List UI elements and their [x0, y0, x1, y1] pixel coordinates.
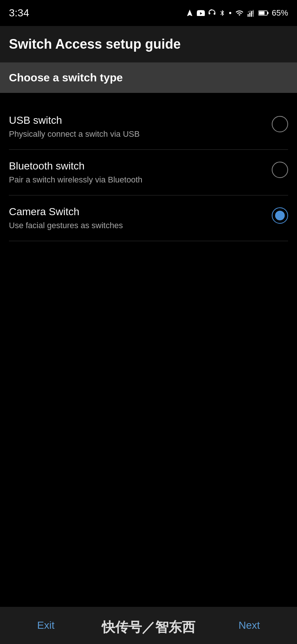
page-title: Switch Access setup guide — [9, 36, 288, 52]
battery-percentage: 65% — [272, 8, 288, 18]
camera-switch-option[interactable]: Camera Switch Use facial gestures as swi… — [0, 195, 297, 230]
navigation-icon — [186, 9, 194, 17]
status-bar: 3:34 • — [0, 0, 297, 26]
bluetooth-switch-description: Pair a switch wirelessly via Bluetooth — [9, 175, 264, 185]
svg-rect-2 — [251, 11, 252, 17]
headset-icon — [208, 9, 216, 17]
status-icons: • 65% — [186, 8, 288, 18]
options-container: USB switch Physically connect a switch v… — [0, 93, 297, 252]
exit-button[interactable]: Exit — [30, 616, 62, 635]
camera-switch-description: Use facial gestures as switches — [9, 221, 264, 230]
svg-rect-0 — [248, 14, 249, 17]
usb-switch-radio[interactable] — [272, 116, 288, 132]
usb-switch-description: Physically connect a switch via USB — [9, 129, 264, 139]
usb-switch-option[interactable]: USB switch Physically connect a switch v… — [0, 104, 297, 139]
app-header: Switch Access setup guide — [0, 26, 297, 62]
wifi-icon — [235, 9, 244, 17]
bluetooth-switch-title: Bluetooth switch — [9, 160, 264, 172]
usb-switch-content: USB switch Physically connect a switch v… — [9, 114, 272, 139]
section-header: Choose a switch type — [0, 62, 297, 93]
next-button[interactable]: Next — [231, 616, 267, 635]
bluetooth-icon — [219, 9, 226, 17]
signal-icon — [247, 9, 255, 17]
status-time: 3:34 — [9, 7, 29, 19]
bluetooth-switch-option[interactable]: Bluetooth switch Pair a switch wirelessl… — [0, 150, 297, 185]
radio-selected-indicator — [275, 211, 285, 220]
svg-rect-1 — [249, 13, 250, 17]
youtube-icon — [197, 10, 205, 16]
watermark: 快传号／智东西 — [102, 618, 195, 637]
bluetooth-switch-content: Bluetooth switch Pair a switch wirelessl… — [9, 160, 272, 185]
section-title: Choose a switch type — [9, 71, 288, 84]
usb-switch-title: USB switch — [9, 114, 264, 126]
divider-3 — [9, 241, 288, 241]
camera-switch-content: Camera Switch Use facial gestures as swi… — [9, 206, 272, 230]
svg-rect-5 — [267, 12, 268, 14]
camera-switch-title: Camera Switch — [9, 206, 264, 218]
svg-rect-6 — [259, 12, 264, 15]
bluetooth-switch-radio[interactable] — [272, 162, 288, 178]
notification-dot: • — [229, 8, 232, 18]
camera-switch-radio[interactable] — [272, 207, 288, 224]
svg-rect-3 — [253, 10, 254, 17]
battery-icon — [258, 9, 269, 17]
